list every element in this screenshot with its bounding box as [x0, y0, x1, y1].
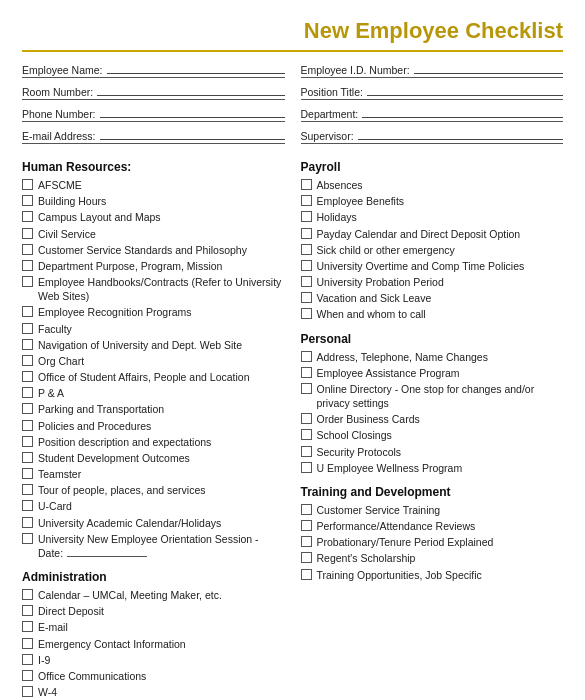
list-item: Online Directory - One stop for changes …: [301, 382, 564, 410]
list-item: Absences: [301, 178, 564, 192]
checkbox-icon[interactable]: [22, 686, 33, 697]
personal-title: Personal: [301, 332, 564, 346]
employee-id-field: Employee I.D. Number:: [301, 64, 564, 78]
employee-name-label: Employee Name:: [22, 64, 103, 76]
human-resources-title: Human Resources:: [22, 160, 285, 174]
department-label: Department:: [301, 108, 359, 120]
list-item: U Employee Wellness Program: [301, 461, 564, 475]
checkbox-icon[interactable]: [301, 536, 312, 547]
payroll-title: Payroll: [301, 160, 564, 174]
phone-number-label: Phone Number:: [22, 108, 96, 120]
checkbox-icon[interactable]: [301, 351, 312, 362]
list-item: P & A: [22, 386, 285, 400]
checkbox-icon[interactable]: [22, 517, 33, 528]
checkbox-icon[interactable]: [22, 323, 33, 334]
checkbox-icon[interactable]: [22, 605, 33, 616]
checkbox-icon[interactable]: [301, 504, 312, 515]
checkbox-icon[interactable]: [22, 179, 33, 190]
list-item: Campus Layout and Maps: [22, 210, 285, 224]
list-item: Student Development Outcomes: [22, 451, 285, 465]
checkbox-icon[interactable]: [301, 211, 312, 222]
checkbox-icon[interactable]: [301, 244, 312, 255]
list-item: University Academic Calendar/Holidays: [22, 516, 285, 530]
checkbox-icon[interactable]: [301, 413, 312, 424]
checkbox-icon[interactable]: [22, 484, 33, 495]
phone-number-field: Phone Number:: [22, 108, 285, 122]
checkbox-icon[interactable]: [301, 383, 312, 394]
checkbox-icon[interactable]: [22, 387, 33, 398]
checkbox-icon[interactable]: [301, 260, 312, 271]
checkbox-icon[interactable]: [22, 533, 33, 544]
list-item: Security Protocols: [301, 445, 564, 459]
list-item: AFSCME: [22, 178, 285, 192]
checkbox-icon[interactable]: [301, 228, 312, 239]
checkbox-icon[interactable]: [22, 654, 33, 665]
list-item: Performance/Attendance Reviews: [301, 519, 564, 533]
list-item: Civil Service: [22, 227, 285, 241]
checkbox-icon[interactable]: [22, 355, 33, 366]
list-item: Faculty: [22, 322, 285, 336]
checkbox-icon[interactable]: [22, 371, 33, 382]
checkbox-icon[interactable]: [22, 589, 33, 600]
list-item: Parking and Transportation: [22, 402, 285, 416]
checkbox-icon[interactable]: [301, 462, 312, 473]
administration-title: Administration: [22, 570, 285, 584]
checkbox-icon[interactable]: [22, 244, 33, 255]
checkbox-icon[interactable]: [22, 211, 33, 222]
right-column: Payroll Absences Employee Benefits Holid…: [301, 160, 564, 700]
list-item: Org Chart: [22, 354, 285, 368]
list-item: I-9: [22, 653, 285, 667]
list-item: Customer Service Standards and Philosoph…: [22, 243, 285, 257]
training-title: Training and Development: [301, 485, 564, 499]
position-title-field: Position Title:: [301, 86, 564, 100]
list-item: Calendar – UMCal, Meeting Maker, etc.: [22, 588, 285, 602]
personal-section: Personal Address, Telephone, Name Change…: [301, 332, 564, 475]
list-item: Employee Handbooks/Contracts (Refer to U…: [22, 275, 285, 303]
list-item: Employee Benefits: [301, 194, 564, 208]
department-field: Department:: [301, 108, 564, 122]
checkbox-icon[interactable]: [22, 306, 33, 317]
checkbox-icon[interactable]: [22, 436, 33, 447]
checkbox-icon[interactable]: [301, 276, 312, 287]
checkbox-icon[interactable]: [301, 446, 312, 457]
checkbox-icon[interactable]: [22, 339, 33, 350]
checkbox-icon[interactable]: [301, 308, 312, 319]
form-fields-grid: Employee Name: Employee I.D. Number: Roo…: [22, 64, 563, 148]
payroll-section: Payroll Absences Employee Benefits Holid…: [301, 160, 564, 322]
list-item: Order Business Cards: [301, 412, 564, 426]
checkbox-icon[interactable]: [22, 468, 33, 479]
room-number-label: Room Number:: [22, 86, 93, 98]
checkbox-icon[interactable]: [301, 569, 312, 580]
email-label: E-mail Address:: [22, 130, 96, 142]
page-title: New Employee Checklist: [22, 18, 563, 44]
checkbox-icon[interactable]: [22, 670, 33, 681]
list-item: Navigation of University and Dept. Web S…: [22, 338, 285, 352]
checkbox-icon[interactable]: [22, 260, 33, 271]
checkbox-icon[interactable]: [22, 638, 33, 649]
checkbox-icon[interactable]: [301, 429, 312, 440]
checkbox-icon[interactable]: [22, 621, 33, 632]
training-section: Training and Development Customer Servic…: [301, 485, 564, 582]
checkbox-icon[interactable]: [22, 228, 33, 239]
checkbox-icon[interactable]: [301, 367, 312, 378]
list-item: Regent's Scholarship: [301, 551, 564, 565]
checkbox-icon[interactable]: [22, 276, 33, 287]
list-item: Employee Assistance Program: [301, 366, 564, 380]
checkbox-icon[interactable]: [22, 452, 33, 463]
checkbox-icon[interactable]: [301, 195, 312, 206]
list-item: Tour of people, places, and services: [22, 483, 285, 497]
list-item: U-Card: [22, 499, 285, 513]
checkbox-icon[interactable]: [301, 552, 312, 563]
checkbox-icon[interactable]: [22, 195, 33, 206]
checkbox-icon[interactable]: [301, 179, 312, 190]
checkbox-icon[interactable]: [301, 520, 312, 531]
list-item: Position description and expectations: [22, 435, 285, 449]
checkbox-icon[interactable]: [22, 500, 33, 511]
checkbox-icon[interactable]: [22, 420, 33, 431]
list-item: Address, Telephone, Name Changes: [301, 350, 564, 364]
checkbox-icon[interactable]: [22, 403, 33, 414]
list-item: Office of Student Affairs, People and Lo…: [22, 370, 285, 384]
list-item: Teamster: [22, 467, 285, 481]
checkbox-icon[interactable]: [301, 292, 312, 303]
administration-section: Administration Calendar – UMCal, Meeting…: [22, 570, 285, 699]
